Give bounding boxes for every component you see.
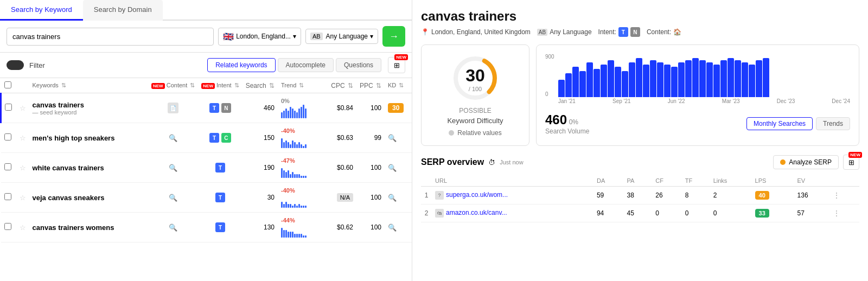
chart-bar <box>657 62 663 97</box>
trend-bar <box>298 234 300 238</box>
relative-values-toggle[interactable]: Relative values <box>449 129 501 137</box>
trend-mini-chart <box>281 225 323 238</box>
chart-bar <box>558 80 565 97</box>
trends-button[interactable]: Trends <box>816 117 850 130</box>
intent-badge-c: C <box>221 133 231 143</box>
search-lookup-icon[interactable]: 🔍 <box>169 223 177 232</box>
serp-actions[interactable]: ⋮ <box>829 205 859 222</box>
language-select[interactable]: AB Any Language ▾ <box>305 29 378 44</box>
content-icon: 📄 <box>168 103 178 113</box>
intent-cell: T <box>198 153 242 183</box>
serp-url-link[interactable]: superga.co.uk/wom... <box>446 191 508 199</box>
trend-mini-chart <box>281 105 323 118</box>
filter-toggle[interactable] <box>7 60 24 70</box>
row-checkbox[interactable] <box>4 223 11 230</box>
chart-bar <box>650 60 656 97</box>
intent-badge-t: T <box>209 133 219 143</box>
keyword-name: canvas trainers womens <box>33 223 145 232</box>
keywords-table-wrapper: Keywords ⇅ NEW Content ⇅ NEW Intent ⇅ Se… <box>0 78 412 281</box>
trend-bar <box>292 140 293 148</box>
trend-bar <box>301 234 302 238</box>
kd-search-icon[interactable]: 🔍 <box>388 194 397 202</box>
serp-url-link[interactable]: amazon.co.uk/canv... <box>446 209 507 216</box>
search-lookup-icon[interactable]: 🔍 <box>169 164 177 172</box>
location-chevron-icon: ▾ <box>293 33 296 40</box>
three-dots-icon[interactable]: ⋮ <box>833 191 841 200</box>
serp-pa: 38 <box>624 187 653 205</box>
serp-section: SERP overview ⏱ Just now Analyze SERP ⊞ … <box>421 155 859 222</box>
trend-pct: -44% <box>281 217 323 223</box>
row-checkbox[interactable] <box>4 133 11 140</box>
filter-tab-questions[interactable]: Questions <box>336 58 381 72</box>
cpc-na: N/A <box>337 193 353 202</box>
row-checkbox[interactable] <box>5 104 12 111</box>
search-lookup-icon[interactable]: 🔍 <box>169 134 177 142</box>
star-cell[interactable]: ☆ <box>16 93 29 123</box>
star-cell[interactable]: ☆ <box>16 153 29 183</box>
row-checkbox[interactable] <box>4 163 11 170</box>
kd-search-icon[interactable]: 🔍 <box>388 164 397 172</box>
filter-tab-autocomplete[interactable]: Autocomplete <box>278 58 334 72</box>
search-cell: 150 <box>242 123 278 153</box>
intent-badge-t: T <box>215 193 225 202</box>
row-checkbox-cell <box>1 183 16 213</box>
trend-bar <box>285 230 287 238</box>
analyze-serp-button[interactable]: Analyze SERP <box>773 155 839 169</box>
serp-grid-button[interactable]: ⊞ NEW <box>843 155 859 170</box>
keywords-table: Keywords ⇅ NEW Content ⇅ NEW Intent ⇅ Se… <box>0 78 412 242</box>
intent-cell: T N <box>198 93 242 123</box>
select-all-checkbox[interactable] <box>4 81 11 88</box>
chart-bar <box>565 73 572 97</box>
ppc-cell: 100 <box>356 93 385 123</box>
chart-bar <box>636 58 642 97</box>
lps-badge: 33 <box>755 209 769 218</box>
serp-da: 94 <box>593 205 624 222</box>
kd-search-icon[interactable]: 🔍 <box>388 223 397 232</box>
trend-bar <box>305 144 307 148</box>
serp-actions[interactable]: ⋮ <box>829 187 859 205</box>
intent-badge-n: N <box>221 103 231 113</box>
star-cell[interactable]: ☆ <box>16 123 29 153</box>
chart-bar <box>756 60 762 97</box>
trend-bar <box>292 232 293 238</box>
search-go-button[interactable]: → <box>382 26 405 47</box>
keyword-input[interactable] <box>7 28 214 46</box>
kd-search-icon[interactable]: 🔍 <box>388 134 397 142</box>
cpc-cell: $0.63 <box>327 123 356 153</box>
filter-tab-related[interactable]: Related keywords <box>207 58 275 72</box>
trend-bar <box>285 202 287 208</box>
trend-cell: -47% <box>278 153 327 183</box>
serp-ev: 57 <box>794 205 829 222</box>
star-cell[interactable]: ☆ <box>16 183 29 213</box>
location-select[interactable]: 🇬🇧 London, England... ▾ <box>218 28 301 46</box>
star-cell[interactable]: ☆ <box>16 213 29 242</box>
serp-tf: 8 <box>682 187 710 205</box>
trend-bar <box>288 170 289 178</box>
trend-bar <box>283 204 285 208</box>
chart-bar <box>608 60 614 97</box>
intent-badge-t: T <box>215 222 225 232</box>
trend-bar <box>303 146 304 148</box>
tab-search-by-keyword[interactable]: Search by Keyword <box>0 0 83 21</box>
row-checkbox[interactable] <box>4 193 11 200</box>
trend-bar <box>290 204 291 208</box>
keyword-name: men's high top sneakers <box>33 134 145 142</box>
meta-language: AB Any Language <box>537 28 592 36</box>
keyword-name: white canvas trainers <box>33 164 145 172</box>
chart-bar <box>629 62 635 97</box>
trend-bar <box>281 168 283 178</box>
chart-bar <box>572 67 579 97</box>
kd-cell: 30 <box>385 93 412 123</box>
search-lookup-icon[interactable]: 🔍 <box>169 194 177 202</box>
grid-view-button[interactable]: ⊞ NEW <box>388 57 405 73</box>
tab-search-by-domain[interactable]: Search by Domain <box>83 0 163 21</box>
chart-bar <box>685 60 692 97</box>
meta-intent: Intent: T N <box>598 27 640 37</box>
trend-mini-chart <box>281 165 323 178</box>
monthly-searches-button[interactable]: Monthly Searches <box>746 117 813 130</box>
content-cell: 🔍 <box>148 123 198 153</box>
intent-new-badge: NEW <box>201 83 215 89</box>
three-dots-icon[interactable]: ⋮ <box>833 209 841 218</box>
kd-label: Keyword Difficulty <box>447 117 503 125</box>
content-cell: 📄 <box>148 93 198 123</box>
